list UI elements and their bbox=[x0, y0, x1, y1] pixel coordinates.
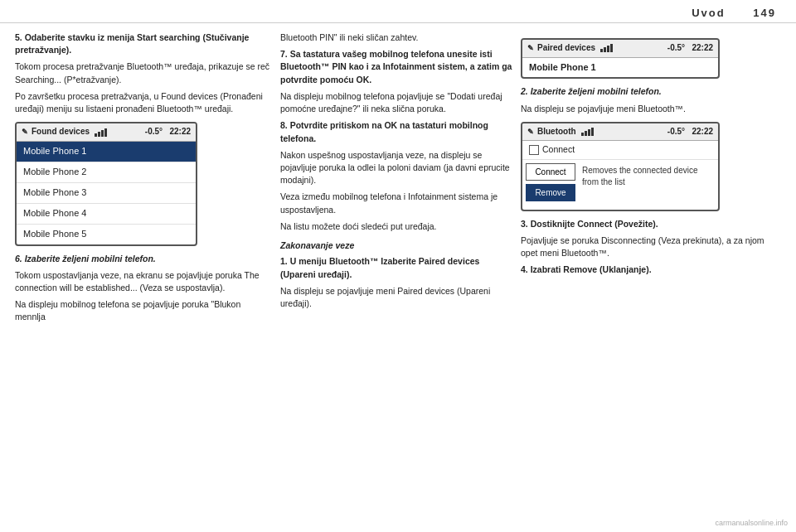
page-number: 149 bbox=[753, 7, 776, 19]
step3-p1: Pojavljuje se poruka Disconnecting (Veza… bbox=[521, 235, 781, 259]
screen1-title-text: Found devices bbox=[32, 126, 90, 138]
step4-heading: 4. Izabrati Remove (Uklanjanje). bbox=[521, 264, 781, 276]
step6-heading: 6. Izaberite željeni mobilni telefon. bbox=[15, 253, 272, 265]
screen3-body: Connect Remove Removes the connected dev… bbox=[522, 160, 718, 210]
step5-p2: Po završetku procesa pretražvanja, u Fou… bbox=[15, 90, 272, 115]
screen2-title: ✎ Paired devices bbox=[527, 42, 613, 55]
screen3-statusbar: ✎ Bluetooth -0.5° 22:22 bbox=[522, 123, 718, 142]
list-item[interactable]: Mobile Phone 2 bbox=[17, 162, 196, 183]
remove-button[interactable]: Remove bbox=[526, 184, 575, 201]
screen2-info: -0.5° 22:22 bbox=[667, 42, 713, 55]
screen1-title: ✎ Found devices bbox=[22, 126, 107, 138]
substep1-p1: Na displeju se pojavljuje meni Paired de… bbox=[280, 285, 512, 310]
signal-icon3 bbox=[581, 128, 594, 136]
step5-p1: Tokom procesa pretražvanje Bluetooth™ ur… bbox=[15, 60, 272, 85]
col-right: ✎ Paired devices -0.5° 22:22 Mobile bbox=[521, 31, 781, 517]
substep1-heading: 1. U meniju Bluetooth™ Izaberite Paired … bbox=[280, 255, 512, 280]
screen3-title: ✎ Bluetooth bbox=[527, 126, 594, 138]
signal-icon2 bbox=[600, 44, 613, 52]
pen-icon: ✎ bbox=[22, 127, 28, 138]
step3-heading: 3. Dostiknijte Connect (Povežite). bbox=[521, 218, 781, 230]
list-item[interactable]: Mobile Phone 3 bbox=[17, 183, 196, 204]
screen2-item: Mobile Phone 1 bbox=[529, 62, 596, 72]
screen1-statusbar: ✎ Found devices -0.5° 22:22 bbox=[17, 123, 196, 142]
step8-heading: 8. Potvrdite pritiskom na OK na tastatur… bbox=[280, 119, 512, 144]
device-list-1: Mobile Phone 1 Mobile Phone 2 Mobile Pho… bbox=[17, 142, 196, 244]
signal-icon bbox=[95, 128, 107, 137]
screen2-content: Mobile Phone 1 bbox=[522, 58, 718, 78]
step6-p1: Tokom uspostavljanja veze, na ekranu se … bbox=[15, 269, 272, 294]
device-screen-found: ✎ Found devices -0.5° 22:22 bbox=[15, 122, 197, 245]
list-item[interactable]: Mobile Phone 5 bbox=[17, 225, 196, 244]
step5-heading: 5. Odaberite stavku iz menija Start sear… bbox=[15, 31, 272, 56]
screen2-degrees: -0.5° bbox=[667, 43, 685, 52]
step2-p1: Na displeju se pojavljuje meni Bluetooth… bbox=[521, 103, 781, 115]
screen3-info: -0.5° 22:22 bbox=[667, 126, 713, 138]
page-title: Uvod 149 bbox=[692, 7, 776, 19]
device-screen-bluetooth: ✎ Bluetooth -0.5° 22:22 Co bbox=[521, 122, 720, 211]
step7-p1: Na displeju mobilnog telefona pojavljuje… bbox=[280, 90, 512, 115]
step6-cont: Bluetooth PIN" ili neki sličan zahtev. bbox=[280, 31, 512, 44]
connect-checkbox[interactable] bbox=[529, 145, 539, 155]
header-section: Uvod bbox=[692, 7, 726, 19]
screen3-title-text: Bluetooth bbox=[537, 126, 576, 138]
col-left: 5. Odaberite stavku iz menija Start sear… bbox=[15, 31, 272, 517]
screen1-info: -0.5° 22:22 bbox=[145, 126, 191, 138]
screen1-time: 22:22 bbox=[169, 127, 191, 136]
screen2-title-text: Paired devices bbox=[537, 42, 595, 55]
step6-p2: Na displeju mobilnog telefona se pojavlj… bbox=[15, 298, 272, 323]
step8-p1: Nakon uspešnog uspostavljanja veze, na d… bbox=[280, 149, 512, 187]
page-header: Uvod 149 bbox=[0, 0, 796, 23]
screen1-degrees: -0.5° bbox=[145, 127, 163, 136]
connect-button[interactable]: Connect bbox=[526, 163, 575, 181]
step2-heading: 2. Izaberite željeni mobilni telefon. bbox=[521, 85, 781, 98]
bt-button-group: Connect Remove bbox=[526, 163, 575, 206]
screen3-degrees: -0.5° bbox=[667, 127, 685, 136]
connect-checkbox-row: Connect bbox=[522, 141, 718, 159]
pen-icon3: ✎ bbox=[527, 127, 534, 138]
step8-p2: Veza između mobilnog telefona i Infotain… bbox=[280, 191, 512, 215]
step8-p3: Na listu možete doći sledeći put uređaja… bbox=[280, 220, 512, 233]
section-heading: Zakonavanje veze bbox=[280, 239, 512, 252]
watermark: carmanualsonline.info bbox=[715, 519, 788, 527]
screen2-statusbar: ✎ Paired devices -0.5° 22:22 bbox=[522, 40, 718, 58]
screen3-time: 22:22 bbox=[692, 127, 713, 136]
step7-heading: 7. Sa tastatura vašeg mobilnog telefona … bbox=[280, 48, 512, 86]
main-content: 5. Odaberite stavku iz menija Start sear… bbox=[0, 23, 796, 525]
col-middle: Bluetooth PIN" ili neki sličan zahtev. 7… bbox=[280, 31, 512, 517]
list-item[interactable]: Mobile Phone 4 bbox=[17, 204, 196, 225]
screen2-time: 22:22 bbox=[692, 43, 713, 52]
bt-description: Removes the connected device from the li… bbox=[579, 163, 715, 206]
list-item[interactable]: Mobile Phone 1 bbox=[17, 142, 196, 162]
pen-icon2: ✎ bbox=[527, 43, 534, 54]
connect-label: Connect bbox=[542, 143, 575, 156]
device-screen-paired: ✎ Paired devices -0.5° 22:22 Mobile bbox=[521, 38, 720, 79]
